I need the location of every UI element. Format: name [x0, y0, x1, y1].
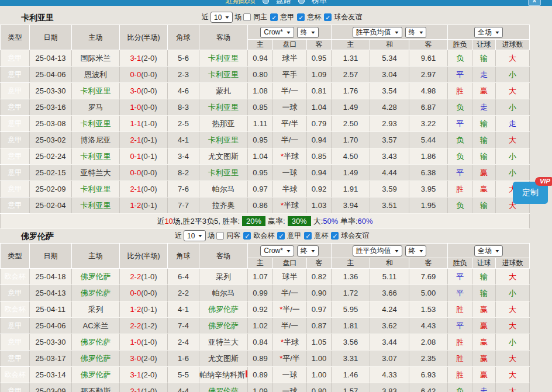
halftime-score: (0-1) — [141, 136, 157, 144]
sub-column-header: 盘口 — [273, 258, 307, 269]
handicap-name: 半/一 — [281, 136, 299, 144]
checkbox-checked[interactable]: ✓ — [277, 232, 285, 240]
column-header: 主场 — [72, 244, 120, 269]
halftime-score: (0-0) — [141, 70, 157, 79]
halftime-score: (1-0) — [141, 338, 157, 346]
sub-column-header: 主 — [248, 258, 273, 269]
sub-column-header: 主 — [248, 40, 273, 50]
mean-provider-select[interactable]: 胜平负均值▼ — [353, 245, 402, 256]
fulltime-score: 2-1 — [130, 185, 141, 193]
home-team-cell: 佛罗伦萨 — [72, 285, 120, 301]
mean-final-select[interactable]: 终▼ — [405, 245, 427, 256]
halftime-score: (2-0) — [141, 54, 157, 63]
avg-away-cell: 3.95 — [409, 181, 448, 197]
checkbox-unchecked[interactable] — [216, 232, 224, 240]
away-team-name: 采列 — [216, 272, 231, 281]
date-cell: 25-04-06 — [30, 67, 72, 83]
summary-text: 50% — [323, 217, 338, 226]
checkbox-checked[interactable]: ✓ — [243, 232, 251, 240]
match-row: 意甲25-03-16罗马1-0(0-0)8-3卡利亚里0.85一球1.041.4… — [1, 99, 530, 116]
mean-final-select[interactable]: 终▼ — [405, 27, 427, 38]
away-team-name: 卡利亚里 — [208, 136, 239, 144]
avg-home-cell: 1.46 — [332, 367, 370, 383]
league-cell: 意甲 — [1, 285, 30, 301]
recent-count-select-value: 10 — [187, 232, 195, 240]
chevron-down-icon: ▼ — [495, 30, 501, 34]
away-team-name: 卡利亚里 — [208, 54, 239, 63]
close-icon: ✕ — [532, 0, 537, 4]
avg-away-cell: 6.38 — [409, 165, 448, 181]
date-cell: 25-04-18 — [30, 269, 72, 285]
mean-provider-select-value: 胜平负均值 — [356, 246, 391, 256]
checkbox-unchecked[interactable] — [243, 13, 251, 21]
fulltime-score: 0-1 — [130, 152, 141, 161]
odds-provider-select[interactable]: Crow*▼ — [260, 27, 294, 38]
scope-select[interactable]: 全场▼ — [474, 27, 503, 38]
avg-home-cell: 1.76 — [332, 83, 370, 99]
checkbox-checked[interactable]: ✓ — [324, 13, 332, 21]
sub-column-header: 让球 — [472, 40, 496, 50]
away-team-name: 卡利亚里 — [208, 103, 239, 112]
sub-column-header: 客 — [409, 40, 448, 50]
odds-final-select[interactable]: 终▼ — [297, 27, 319, 38]
corners-cell: 8-2 — [168, 165, 199, 181]
tab-recent-record[interactable]: 近期战绩 — [225, 0, 256, 6]
column-header: 比分(半场) — [120, 25, 168, 50]
match-filters: 近10▼场同客✓欧会杯✓意甲✓意杯✓球会友谊 — [175, 230, 370, 241]
halftime-score: (2-0) — [141, 370, 157, 379]
corners-cell: 8-3 — [168, 99, 199, 116]
away-odds-cell: 0.79 — [307, 116, 332, 132]
tab-dot-icon — [263, 0, 269, 4]
result-cell: 负 — [448, 197, 472, 214]
corners-cell: 4-1 — [168, 132, 199, 148]
close-button[interactable]: ✕ — [528, 0, 541, 6]
avg-home-cell: 1.72 — [332, 285, 370, 301]
away-team-name: 尤文图斯 — [208, 152, 239, 161]
handicap-cell: *半球 — [273, 148, 307, 165]
filter-label: 欧会杯 — [253, 231, 274, 241]
handicap-result-cell: 输 — [472, 148, 496, 165]
home-odds-cell: 1.07 — [248, 269, 273, 285]
score-cell: 2-1(0-0) — [120, 181, 168, 197]
handicap-cell: 半/一 — [273, 285, 307, 301]
team-history-sections: 卡利亚里近10▼场同主✓意甲✓意杯✓球会友谊类型日期主场比分(半场)角球客场Cr… — [0, 11, 552, 392]
checkbox-checked[interactable]: ✓ — [331, 232, 339, 240]
recent-count-select[interactable]: 10▼ — [211, 12, 233, 23]
recent-count-select[interactable]: 10▼ — [184, 230, 206, 241]
fulltime-score: 0-0 — [130, 70, 141, 79]
away-team-cell: 佛罗伦萨 — [199, 301, 248, 318]
avg-home-cell: 1.91 — [332, 181, 370, 197]
checkbox-checked[interactable]: ✓ — [270, 13, 278, 21]
odds-final-select[interactable]: 终▼ — [297, 245, 319, 256]
home-team-name: 采列 — [88, 305, 104, 314]
odds-provider-select[interactable]: Crow*▼ — [260, 245, 294, 256]
chevron-down-icon: ▼ — [394, 30, 399, 34]
avg-draw-cell: 3.44 — [370, 334, 409, 351]
avg-home-cell: 2.50 — [332, 116, 370, 132]
home-team-name: 佛罗伦萨 — [81, 289, 111, 297]
chevron-down-icon: ▼ — [310, 30, 316, 34]
avg-draw-cell: 4.24 — [370, 301, 409, 318]
avg-away-cell: 9.61 — [409, 50, 448, 67]
column-header: 角球 — [168, 244, 199, 269]
home-odds-cell: 0.84 — [248, 334, 273, 351]
handicap-cell: 一球 — [273, 383, 307, 392]
avg-home-cell: 1.49 — [332, 99, 370, 116]
checkbox-checked[interactable]: ✓ — [297, 13, 305, 21]
handicap-result-cell: 输 — [472, 285, 496, 301]
scope-select-wrap: 全场▼ — [448, 27, 529, 38]
handicap-result-cell: 赢 — [472, 83, 496, 99]
goals-cell: 大 — [496, 132, 530, 148]
handicap-result-cell: 赢 — [472, 318, 496, 334]
mean-provider-select[interactable]: 胜平负均值▼ — [353, 27, 402, 38]
away-odds-cell: 0.87 — [307, 318, 332, 334]
titlebar-tabs: 近期战绩 盘路 榜单 — [0, 0, 552, 6]
chevron-down-icon: ▼ — [286, 30, 292, 34]
tab-handicap-trend[interactable]: 盘路 — [276, 0, 291, 6]
tab-standings[interactable]: 榜单 — [312, 0, 327, 6]
checkbox-checked[interactable]: ✓ — [304, 232, 312, 240]
scope-select[interactable]: 全场▼ — [474, 245, 503, 256]
team-title: 卡利亚里 — [21, 13, 54, 23]
match-row: 意甲25-03-02博洛尼亚2-1(0-1)4-1卡利亚里0.95半/一0.94… — [1, 132, 530, 148]
away-odds-cell: 0.95 — [307, 50, 332, 67]
